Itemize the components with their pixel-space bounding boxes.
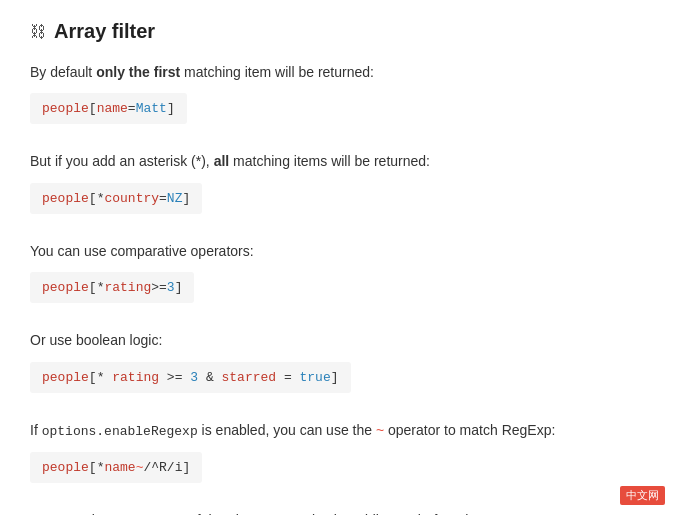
intro-text-before: By default	[30, 64, 96, 80]
code-text-5: people[*name~/^R/i]	[42, 460, 190, 475]
link-icon: ⛓	[30, 23, 46, 41]
code-text-1: people[name=Matt]	[42, 101, 175, 116]
section-regexp: If options.enableRegexp is enabled, you …	[30, 419, 645, 496]
code-text-3: people[*rating>=3]	[42, 280, 182, 295]
intro-bold: only the first	[96, 64, 180, 80]
code-block-4: people[* rating >= 3 & starred = true]	[30, 362, 351, 393]
asterisk-text-before: But if you add an asterisk (*),	[30, 153, 214, 169]
code-block-1: people[name=Matt]	[30, 93, 187, 124]
intro-text: By default only the first matching item …	[30, 61, 645, 83]
code-block-2: people[*country=NZ]	[30, 183, 202, 214]
intro-text-after: matching item will be returned:	[180, 64, 374, 80]
regexp-text: If options.enableRegexp is enabled, you …	[30, 419, 645, 443]
code-text-4: people[* rating >= 3 & starred = true]	[42, 370, 339, 385]
asterisk-text: But if you add an asterisk (*), all matc…	[30, 150, 645, 172]
tilde-operator: ~	[376, 422, 384, 438]
section-asterisk: But if you add an asterisk (*), all matc…	[30, 150, 645, 225]
comparative-text: You can use comparative operators:	[30, 240, 645, 262]
boolean-text: Or use boolean logic:	[30, 329, 645, 351]
asterisk-text-after: matching items will be returned:	[229, 153, 430, 169]
code-text-2: people[*country=NZ]	[42, 191, 190, 206]
watermark: 中文网	[620, 486, 665, 505]
code-block-5: people[*name~/^R/i]	[30, 452, 202, 483]
section-intro: By default only the first matching item …	[30, 61, 645, 136]
options-code: options.enableRegexp	[42, 424, 198, 439]
page-title: Array filter	[54, 20, 155, 43]
section-boolean: Or use boolean logic: people[* rating >=…	[30, 329, 645, 404]
page-header: ⛓ Array filter	[30, 20, 645, 43]
asterisk-bold: all	[214, 153, 230, 169]
code-block-3: people[*rating>=3]	[30, 272, 194, 303]
section-negate: You can also negate any of the above exa…	[30, 509, 645, 515]
section-comparative: You can use comparative operators: peopl…	[30, 240, 645, 315]
negate-text: You can also negate any of the above exa…	[30, 509, 645, 515]
